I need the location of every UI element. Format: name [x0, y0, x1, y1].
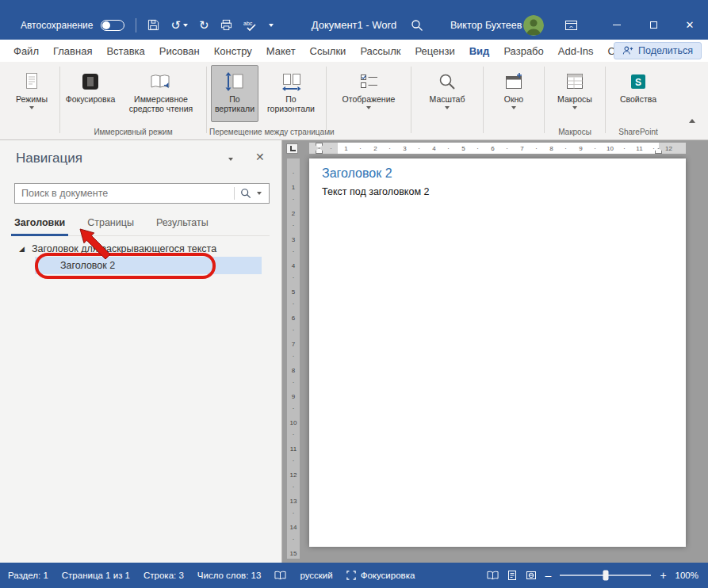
avatar[interactable] [523, 15, 544, 36]
tab-file[interactable]: Файл [6, 40, 46, 62]
modes-button[interactable]: Режимы [13, 65, 51, 122]
user-name[interactable]: Виктор Бухтеев [450, 20, 522, 31]
horizontal-button[interactable]: По горизонтали [260, 65, 322, 122]
share-button[interactable]: Поделиться [614, 42, 702, 59]
read-mode-icon[interactable] [487, 571, 499, 580]
document-area: 1 2 3 4 5 6 7 8 9 10 11 12 1 2 3 4 5 6 [282, 140, 708, 563]
ruler-number: 10 [595, 143, 625, 154]
status-line[interactable]: Строка: 3 [144, 571, 184, 580]
search-icon[interactable] [240, 188, 251, 199]
spellcheck-icon[interactable]: abc [243, 19, 258, 32]
toolbar-divider [136, 18, 136, 32]
heading-tree-item-parent[interactable]: ◢ Заголовок для раскрывающегося текста [0, 240, 216, 258]
status-language[interactable]: русский [300, 571, 332, 580]
zoom-label: Масштаб [430, 94, 465, 104]
horizontal-icon [281, 69, 302, 94]
status-page[interactable]: Страница 1 из 1 [62, 571, 130, 580]
status-section[interactable]: Раздел: 1 [8, 571, 48, 580]
tab-selector-box[interactable] [286, 143, 298, 154]
search-options-chevron-icon[interactable] [257, 192, 262, 195]
tab-developer[interactable]: Разрабо [496, 40, 550, 62]
ribbon-display-options-icon[interactable] [564, 19, 578, 32]
close-icon: ✕ [686, 19, 695, 31]
group-label-macros: Макросы [547, 126, 603, 139]
autosave-toggle[interactable] [101, 20, 124, 31]
ruler-number: 15 [287, 540, 300, 559]
zoom-slider-thumb[interactable] [603, 571, 608, 581]
show-icon [358, 69, 380, 94]
autosave-label: Автосохранение [21, 20, 93, 31]
navigation-search-input[interactable] [15, 188, 234, 199]
group-label-empty [414, 126, 480, 139]
tab-design[interactable]: Констру [207, 40, 259, 62]
document-body-text[interactable]: Текст под заголовком 2 [322, 186, 686, 197]
vertical-ruler[interactable]: 1 2 3 4 5 6 7 8 9 10 11 12 13 14 15 [287, 158, 300, 559]
horizontal-ruler[interactable]: 1 2 3 4 5 6 7 8 9 10 11 12 [309, 143, 686, 154]
show-button[interactable]: Отображение [334, 65, 404, 122]
svg-text:S: S [635, 77, 641, 88]
macros-button[interactable]: Макросы [552, 65, 598, 122]
zoom-slider[interactable] [560, 575, 651, 576]
tab-layout[interactable]: Макет [259, 40, 303, 62]
nav-tab-pages[interactable]: Страницы [87, 213, 134, 235]
tab-view[interactable]: Вид [462, 40, 497, 62]
immersive-reader-button[interactable]: Иммерсивное средство чтения [119, 65, 203, 122]
group-divider [59, 67, 60, 133]
heading-item-label: Заголовок 2 [60, 260, 115, 271]
search-icon[interactable] [411, 19, 423, 32]
title-bar: Автосохранение ↺ ↻ abc Документ1 - Word … [0, 0, 708, 40]
tab-review[interactable]: Рецензи [408, 40, 461, 62]
navigation-pane: Навигация ✕ Заголовки Страницы Результат… [0, 140, 282, 563]
status-word-count[interactable]: Число слов: 13 [197, 571, 262, 580]
minimize-button[interactable] [599, 0, 635, 40]
proofing-book-icon[interactable] [274, 571, 286, 580]
zoom-level[interactable]: 100% [675, 571, 698, 580]
status-focus[interactable]: Фокусировка [346, 571, 415, 580]
tab-draw[interactable]: Рисован [152, 40, 207, 62]
chevron-down-icon [445, 106, 450, 109]
ribbon-group-modes: Режимы [6, 63, 57, 139]
undo-button[interactable]: ↺ [170, 19, 188, 31]
zoom-icon [437, 69, 457, 94]
maximize-button[interactable] [635, 0, 672, 40]
print-layout-icon[interactable] [507, 570, 517, 581]
ruler-number: 1 [331, 143, 361, 154]
focus-button[interactable]: Фокусировка [63, 65, 117, 122]
group-label-sharepoint: SharePoint [608, 126, 668, 139]
macros-label: Макросы [557, 94, 592, 104]
tab-mailings[interactable]: Рассылк [353, 40, 408, 62]
window-button[interactable]: Окно [492, 65, 536, 122]
navigation-options-chevron-icon[interactable] [228, 158, 233, 161]
close-button[interactable]: ✕ [672, 0, 708, 40]
ruler-number: 2 [361, 143, 390, 154]
zoom-out-button[interactable]: – [545, 569, 552, 582]
collapse-triangle-icon[interactable]: ◢ [19, 245, 25, 253]
heading-item-label: Заголовок для раскрывающегося текста [32, 243, 216, 254]
tab-insert[interactable]: Вставка [99, 40, 151, 62]
collapse-ribbon-chevron-icon[interactable] [689, 119, 695, 123]
tab-home[interactable]: Главная [46, 40, 99, 62]
save-icon[interactable] [147, 19, 159, 31]
nav-tab-headings[interactable]: Заголовки [14, 213, 65, 235]
heading-tree-item-selected[interactable]: Заголовок 2 [35, 257, 262, 274]
zoom-in-button[interactable]: + [660, 569, 666, 582]
web-layout-icon[interactable] [526, 571, 537, 580]
tab-references[interactable]: Ссылки [303, 40, 354, 62]
zoom-button[interactable]: Масштаб [421, 65, 473, 122]
chevron-down-icon [29, 106, 34, 109]
vertical-button[interactable]: По вертикали [211, 65, 258, 122]
ruler-number: 7 [507, 143, 537, 154]
customize-toolbar-chevron-icon[interactable] [269, 24, 274, 27]
tab-addins[interactable]: Add-Ins [551, 40, 601, 62]
navigation-close-icon[interactable]: ✕ [255, 151, 265, 163]
group-divider [206, 67, 207, 133]
properties-button[interactable]: S Свойства [614, 65, 663, 122]
printer-icon[interactable] [220, 19, 232, 31]
document-heading[interactable]: Заголовок 2 [322, 166, 686, 181]
group-divider [605, 67, 606, 133]
search-divider [234, 187, 235, 200]
redo-icon[interactable]: ↻ [199, 19, 209, 31]
nav-tab-results[interactable]: Результаты [156, 213, 209, 235]
document-page[interactable]: Заголовок 2 Текст под заголовком 2 [309, 158, 686, 547]
group-label-page-movement: Перемещение между страницами [209, 126, 323, 139]
